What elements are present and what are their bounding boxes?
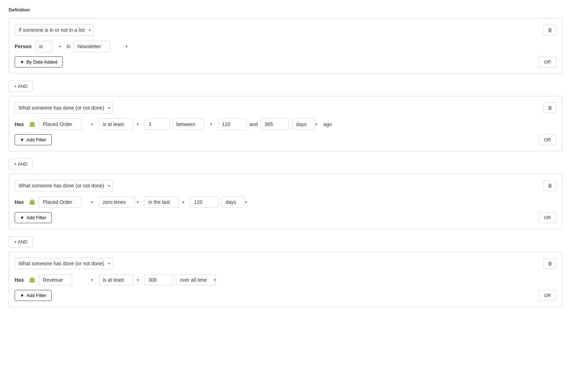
timeframe-select-wrapper-4[interactable]: over all time [176, 274, 219, 286]
trash-icon-1: 🗑 [547, 27, 552, 33]
trash-icon-4: 🗑 [547, 261, 552, 266]
ago-label-2: ago [323, 121, 332, 127]
and-connector-3: + AND [9, 233, 562, 250]
condition-block-2-header: What someone has done (or not done) 🗑 [15, 102, 556, 114]
condition-select-wrapper-2[interactable]: is at least [99, 119, 142, 130]
condition-block-1-row: Person is in Newsletter [15, 41, 556, 52]
shopify-icon-4 [28, 276, 36, 284]
filter-icon-2: ▼ [20, 137, 24, 142]
condition-select-wrapper-3[interactable]: zero times [99, 196, 142, 208]
timeframe-select-wrapper-3[interactable]: in the last [145, 196, 187, 208]
filter-icon-1: ▼ [20, 60, 24, 65]
event-select-3[interactable]: Placed Order [39, 196, 81, 208]
condition-block-3-header: What someone has done (or not done) 🗑 [15, 180, 556, 191]
delete-button-3[interactable]: 🗑 [544, 180, 556, 191]
and-button-3[interactable]: + AND [9, 236, 33, 247]
event-select-2[interactable]: Placed Order [39, 119, 81, 130]
between-select-wrapper[interactable]: between [172, 119, 215, 130]
has-label-2: Has [15, 121, 25, 127]
page-title: Definition [9, 7, 562, 12]
main-select-wrapper-3[interactable]: What someone has done (or not done) [15, 180, 113, 191]
delete-button-1[interactable]: 🗑 [544, 25, 556, 35]
condition-select-4[interactable]: is at least [99, 274, 133, 286]
and-connector-2: + AND [9, 156, 562, 172]
trash-icon-3: 🗑 [547, 183, 552, 189]
shopify-icon-3 [28, 198, 36, 206]
add-filter-button-3[interactable]: ▼ Add Filter [15, 212, 52, 223]
filter-icon-4: ▼ [20, 293, 24, 298]
condition-block-2-row: Has Placed Order is at least between and [15, 119, 556, 130]
main-select-wrapper-2[interactable]: What someone has done (or not done) [15, 102, 113, 114]
is-select-wrapper[interactable]: is [35, 41, 64, 52]
and-label-2: and [249, 121, 258, 127]
from-input-2[interactable] [218, 119, 247, 130]
and-button-1[interactable]: + AND [9, 81, 33, 92]
add-filter-button-2[interactable]: ▼ Add Filter [15, 134, 52, 145]
between-select[interactable]: between [172, 119, 204, 130]
event-select-wrapper-2[interactable]: Placed Order [39, 119, 96, 130]
add-filter-label-2: Add Filter [26, 137, 46, 142]
condition-block-3-footer: ▼ Add Filter OR [15, 212, 556, 223]
or-button-2[interactable]: OR [539, 134, 557, 145]
main-select-2[interactable]: What someone has done (or not done) [15, 102, 113, 114]
main-select-wrapper-1[interactable]: If someone is in or not in a list [15, 24, 94, 36]
condition-select-3[interactable]: zero times [99, 196, 135, 208]
event-select-wrapper-3[interactable]: Placed Order [39, 196, 96, 208]
condition-block-2-footer: ▼ Add Filter OR [15, 134, 556, 145]
days-select-wrapper-3[interactable]: days [222, 196, 250, 208]
condition-block-4: What someone has done (or not done) 🗑 Ha… [9, 252, 562, 307]
event-select-4[interactable]: Revenue [39, 274, 72, 286]
in-label: in [67, 44, 71, 49]
person-label: Person [15, 44, 32, 49]
main-select-4[interactable]: What someone has done (or not done) [15, 258, 113, 269]
to-input-2[interactable] [261, 119, 289, 130]
list-select[interactable]: Newsletter [74, 41, 110, 52]
and-button-2[interactable]: + AND [9, 159, 33, 170]
add-filter-button-4[interactable]: ▼ Add Filter [15, 290, 52, 301]
days-select-2[interactable]: days [292, 119, 315, 130]
value-input-2[interactable] [145, 119, 170, 130]
value-input-3[interactable] [190, 196, 219, 208]
or-button-4[interactable]: OR [539, 290, 557, 301]
condition-block-1: If someone is in or not in a list 🗑 Pers… [9, 18, 562, 74]
value-input-4[interactable] [145, 274, 173, 286]
main-select-wrapper-4[interactable]: What someone has done (or not done) [15, 258, 113, 269]
delete-button-4[interactable]: 🗑 [544, 258, 556, 269]
has-label-4: Has [15, 277, 25, 283]
condition-block-1-footer: ▼ By Date Added OR [15, 56, 556, 67]
by-date-added-button[interactable]: ▼ By Date Added [15, 56, 63, 67]
condition-block-3: What someone has done (or not done) 🗑 Ha… [9, 174, 562, 229]
filter-icon-3: ▼ [20, 215, 24, 220]
is-select[interactable]: is [35, 41, 52, 52]
or-button-1[interactable]: OR [539, 56, 557, 67]
timeframe-select-4[interactable]: over all time [176, 274, 216, 286]
event-select-wrapper-4[interactable]: Revenue [39, 274, 96, 286]
condition-block-2: What someone has done (or not done) 🗑 Ha… [9, 96, 562, 151]
main-select-1[interactable]: If someone is in or not in a list [15, 24, 94, 36]
has-label-3: Has [15, 199, 25, 205]
condition-block-1-header: If someone is in or not in a list 🗑 [15, 24, 556, 36]
condition-block-4-header: What someone has done (or not done) 🗑 [15, 258, 556, 269]
timeframe-select-3[interactable]: in the last [145, 196, 179, 208]
condition-select-wrapper-4[interactable]: is at least [99, 274, 142, 286]
add-filter-label-4: Add Filter [26, 293, 46, 298]
or-button-3[interactable]: OR [539, 212, 557, 223]
main-select-3[interactable]: What someone has done (or not done) [15, 180, 113, 191]
days-select-wrapper-2[interactable]: days [292, 119, 320, 130]
shopify-icon-2 [28, 120, 36, 128]
condition-block-4-row: Has Revenue is at least over all time [15, 274, 556, 286]
condition-block-3-row: Has Placed Order zero times in the last [15, 196, 556, 208]
delete-button-2[interactable]: 🗑 [544, 102, 556, 113]
and-connector-1: + AND [9, 78, 562, 95]
trash-icon-2: 🗑 [547, 105, 552, 111]
add-filter-label-3: Add Filter [26, 215, 46, 220]
condition-select-2[interactable]: is at least [99, 119, 133, 130]
condition-block-4-footer: ▼ Add Filter OR [15, 290, 556, 301]
by-date-added-label: By Date Added [26, 59, 57, 65]
list-select-wrapper[interactable]: Newsletter [74, 41, 131, 52]
days-select-3[interactable]: days [222, 196, 245, 208]
